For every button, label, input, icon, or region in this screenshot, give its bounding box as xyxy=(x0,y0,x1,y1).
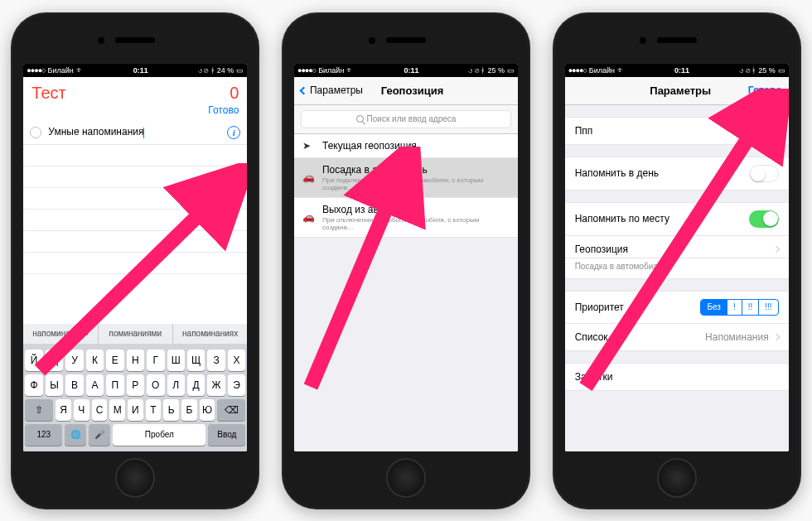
key-Я[interactable]: Я xyxy=(56,399,71,421)
key-Ц[interactable]: Ц xyxy=(46,350,63,371)
chevron-right-icon xyxy=(772,245,779,252)
signal-icon: ●●●●○ xyxy=(27,66,45,75)
key-Т[interactable]: Т xyxy=(146,399,162,421)
key-Ы[interactable]: Ы xyxy=(46,374,63,396)
chevron-left-icon xyxy=(300,86,308,94)
mic-key[interactable]: 🎤 xyxy=(89,424,110,446)
suggestion-2[interactable]: поминаниями xyxy=(99,324,173,344)
key-Ч[interactable]: Ч xyxy=(74,399,89,421)
keyboard: ЙЦУКЕНГШЩЗХ ФЫВАПРОЛДЖЭ ⇧ ЯЧСМИТЬБЮ ⌫ 12… xyxy=(23,344,247,451)
reminder-input[interactable]: Умные напоминания xyxy=(48,126,143,137)
nav-bar: Параметры Геопозиция xyxy=(294,77,518,105)
globe-key[interactable]: 🌐 xyxy=(65,424,86,446)
key-И[interactable]: И xyxy=(128,399,143,421)
suggestion-3[interactable]: напоминаниях xyxy=(173,324,247,344)
remind-day-row[interactable]: Напомнить в день xyxy=(565,157,789,191)
status-time: 0:11 xyxy=(133,66,148,75)
screen-3: ●●●●○Билайнᯤ 0:11 ↺ ⊘ ᚼ25 %▭ Параметры Г… xyxy=(565,64,789,451)
key-Й[interactable]: Й xyxy=(25,350,42,371)
key-К[interactable]: К xyxy=(86,350,104,371)
screen-1: ●●●●○Билайнᯤ 0:11 ↺ ⊘ ᚼ24 %▭ Тест 0 Гото… xyxy=(23,64,247,451)
key-Ю[interactable]: Ю xyxy=(200,399,215,421)
key-Э[interactable]: Э xyxy=(228,374,245,396)
status-bar: ●●●●○Билайнᯤ 0:11 ↺ ⊘ ᚼ25 %▭ xyxy=(565,64,789,77)
search-icon xyxy=(356,115,364,123)
reminders-body xyxy=(23,145,247,324)
key-Д[interactable]: Д xyxy=(187,374,205,396)
key-А[interactable]: А xyxy=(86,374,104,396)
priority-low[interactable]: ! xyxy=(727,300,742,315)
location-arrow-icon: ➤ xyxy=(302,140,314,152)
key-Ь[interactable]: Ь xyxy=(163,399,179,421)
reminder-radio[interactable] xyxy=(30,127,41,138)
chevron-right-icon xyxy=(772,333,779,340)
space-key[interactable]: Пробел xyxy=(113,424,205,446)
reminders-list-title: Тест xyxy=(31,84,65,103)
key-Ф[interactable]: Ф xyxy=(25,374,42,396)
phone-2: ●●●●○Билайнᯤ 0:11 ↺ ⊘ ᚼ25 %▭ Параметры Г… xyxy=(282,12,530,509)
key-Ж[interactable]: Ж xyxy=(207,374,225,396)
priority-none[interactable]: Без xyxy=(701,300,727,315)
key-Ш[interactable]: Ш xyxy=(167,350,185,371)
list-row[interactable]: Список Напоминания xyxy=(565,324,789,351)
carrier: Билайн xyxy=(48,66,74,75)
status-bar: ●●●●○Билайнᯤ 0:11 ↺ ⊘ ᚼ24 %▭ xyxy=(23,64,247,77)
key-Е[interactable]: Е xyxy=(106,350,123,371)
priority-segmented[interactable]: Без ! !! !!! xyxy=(700,299,778,316)
suggestion-1[interactable]: напоминания» xyxy=(23,324,98,344)
search-placeholder: Поиск или ввод адреса xyxy=(367,114,457,123)
key-Р[interactable]: Р xyxy=(127,374,144,396)
notes-row[interactable]: Заметки xyxy=(565,363,789,391)
info-icon[interactable]: i xyxy=(227,126,240,139)
home-button[interactable] xyxy=(657,458,697,498)
remind-place-row[interactable]: Напомнить по месту xyxy=(565,202,789,236)
search-input[interactable]: Поиск или ввод адреса xyxy=(301,110,511,128)
battery-pct: 24 % xyxy=(217,66,234,75)
nav-title: Параметры xyxy=(650,84,711,97)
return-key[interactable]: Ввод xyxy=(208,424,245,446)
key-Л[interactable]: Л xyxy=(167,374,185,396)
geolocation-value: Посадка в автомобиль xyxy=(565,258,789,279)
battery-icon: ▭ xyxy=(236,66,244,75)
key-М[interactable]: М xyxy=(109,399,125,421)
priority-row: Приоритет Без ! !! !!! xyxy=(565,291,789,324)
key-Щ[interactable]: Щ xyxy=(187,350,205,371)
shift-key[interactable]: ⇧ xyxy=(25,399,53,421)
reminder-title-row[interactable]: Ппп xyxy=(565,117,789,145)
reminder-row[interactable]: Умные напоминания i xyxy=(23,121,247,145)
key-О[interactable]: О xyxy=(147,374,164,396)
location-list: ➤ Текущая геопозиция 🚗 Посадка в автомоб… xyxy=(294,134,518,451)
priority-high[interactable]: !!! xyxy=(759,300,777,315)
home-button[interactable] xyxy=(115,458,155,498)
location-car-exit[interactable]: 🚗 Выход из автомобиля При отключении от … xyxy=(294,198,518,238)
key-У[interactable]: У xyxy=(65,350,83,371)
screen-2: ●●●●○Билайнᯤ 0:11 ↺ ⊘ ᚼ25 %▭ Параметры Г… xyxy=(294,64,518,451)
geolocation-row[interactable]: Геопозиция xyxy=(565,236,789,258)
phone-3: ●●●●○Билайнᯤ 0:11 ↺ ⊘ ᚼ25 %▭ Параметры Г… xyxy=(553,12,801,509)
backspace-key[interactable]: ⌫ xyxy=(217,399,245,421)
key-Г[interactable]: Г xyxy=(147,350,164,371)
home-button[interactable] xyxy=(386,458,426,498)
remind-day-toggle[interactable] xyxy=(749,165,779,182)
key-Н[interactable]: Н xyxy=(127,350,144,371)
location-car-enter[interactable]: 🚗 Посадка в автомобиль При подключении к… xyxy=(294,158,518,198)
wifi-icon: ᯤ xyxy=(76,66,84,75)
key-С[interactable]: С xyxy=(92,399,108,421)
key-В[interactable]: В xyxy=(65,374,83,396)
done-button[interactable]: Готово xyxy=(208,104,239,116)
location-current[interactable]: ➤ Текущая геопозиция xyxy=(294,134,518,158)
key-З[interactable]: З xyxy=(207,350,225,371)
key-П[interactable]: П xyxy=(106,374,123,396)
reminders-count: 0 xyxy=(230,84,239,103)
nav-bar: Параметры Готово xyxy=(565,77,789,105)
back-button[interactable]: Параметры xyxy=(301,84,363,96)
done-button[interactable]: Готово xyxy=(748,84,782,96)
key-Х[interactable]: Х xyxy=(228,350,245,371)
car-icon: 🚗 xyxy=(302,211,314,223)
remind-place-toggle[interactable] xyxy=(749,210,779,228)
priority-med[interactable]: !! xyxy=(742,300,760,315)
key-Б[interactable]: Б xyxy=(181,399,197,421)
numbers-key[interactable]: 123 xyxy=(25,424,62,446)
nav-title: Геопозиция xyxy=(381,84,444,97)
status-icons: ↺ ⊘ ᚼ xyxy=(198,66,215,75)
